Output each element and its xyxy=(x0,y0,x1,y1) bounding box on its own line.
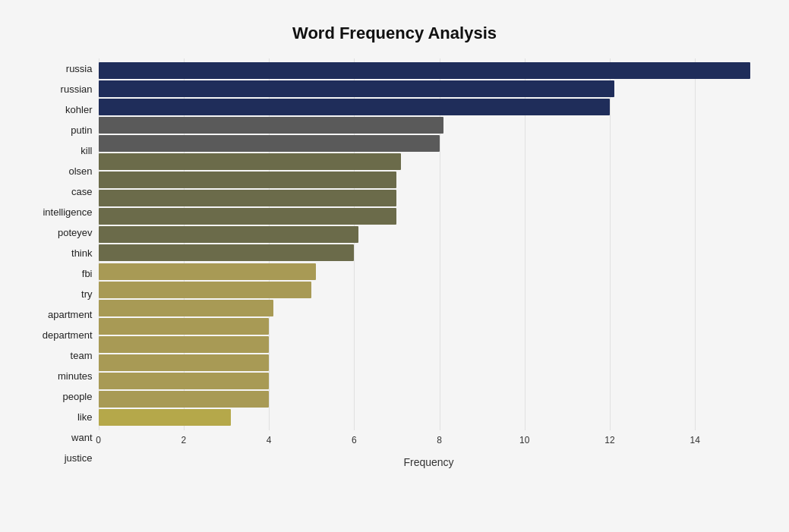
bar-row xyxy=(99,80,759,98)
bar xyxy=(99,135,440,152)
bar xyxy=(99,300,273,316)
y-label: case xyxy=(71,181,92,202)
y-labels: russiarussiankohlerputinkillolsencaseint… xyxy=(30,58,99,468)
x-axis: 02468101214 xyxy=(99,435,759,450)
bar xyxy=(99,226,358,243)
y-label: department xyxy=(43,325,93,345)
bar-row xyxy=(99,317,759,335)
x-tick: 12 xyxy=(604,435,614,445)
y-label: minutes xyxy=(58,366,93,386)
x-tick: 4 xyxy=(267,435,272,445)
y-label: kill xyxy=(80,140,92,161)
bar xyxy=(99,336,270,353)
x-tick: 10 xyxy=(519,435,529,445)
chart-title: Word Frequency Analysis xyxy=(30,24,759,43)
bar xyxy=(99,208,397,225)
bar xyxy=(99,373,270,389)
bar-row xyxy=(99,354,759,372)
x-tick: 0 xyxy=(96,435,101,445)
bar-row xyxy=(99,116,759,134)
bar-row xyxy=(99,281,759,299)
bar-row xyxy=(99,134,759,153)
y-label: putin xyxy=(71,120,92,140)
bar-row xyxy=(99,189,759,207)
y-label: intelligence xyxy=(43,202,92,222)
y-label: kohler xyxy=(65,99,92,120)
y-label: fbi xyxy=(82,263,93,284)
bar xyxy=(99,190,397,206)
bar-row xyxy=(99,390,759,408)
chart-area: russiarussiankohlerputinkillolsencaseint… xyxy=(30,58,759,468)
y-label: people xyxy=(62,386,92,407)
bars-container xyxy=(99,58,759,430)
bar xyxy=(99,153,402,170)
chart-container: Word Frequency Analysis russiarussiankoh… xyxy=(15,8,775,524)
bar-row xyxy=(99,408,759,427)
bar xyxy=(99,62,751,79)
bar-row xyxy=(99,244,759,262)
y-label: apartment xyxy=(48,304,93,325)
bar xyxy=(99,409,231,426)
y-label: olsen xyxy=(68,161,92,181)
bar xyxy=(99,80,614,97)
x-tick: 14 xyxy=(690,435,700,445)
x-tick: 6 xyxy=(352,435,357,445)
x-tick: 2 xyxy=(181,435,186,445)
y-label: team xyxy=(71,345,93,366)
bar xyxy=(99,244,355,261)
bar xyxy=(99,263,316,280)
bar xyxy=(99,354,270,371)
bar xyxy=(99,282,312,298)
bar xyxy=(99,318,270,335)
y-label: justice xyxy=(65,448,93,468)
y-label: think xyxy=(71,243,92,263)
y-label: want xyxy=(71,427,92,448)
y-label: russian xyxy=(61,79,93,99)
y-label: try xyxy=(81,284,92,304)
y-label: like xyxy=(77,407,93,427)
grid-and-bars xyxy=(99,58,759,430)
bar-row xyxy=(99,98,759,116)
bar-row xyxy=(99,171,759,189)
bar-row xyxy=(99,225,759,244)
bar-row xyxy=(99,207,759,225)
bar-row xyxy=(99,335,759,354)
bar-row xyxy=(99,153,759,171)
y-label: poteyev xyxy=(58,222,93,243)
bar xyxy=(99,391,270,408)
bar-row xyxy=(99,263,759,281)
x-tick: 8 xyxy=(437,435,442,445)
bar xyxy=(99,117,444,134)
x-axis-label: Frequency xyxy=(99,456,759,468)
bar xyxy=(99,172,397,188)
bar xyxy=(99,99,611,115)
bar-row xyxy=(99,299,759,317)
bars-and-grid: 02468101214 Frequency xyxy=(99,58,759,468)
bar-row xyxy=(99,372,759,390)
bar-row xyxy=(99,61,759,80)
y-label: russia xyxy=(66,58,93,79)
